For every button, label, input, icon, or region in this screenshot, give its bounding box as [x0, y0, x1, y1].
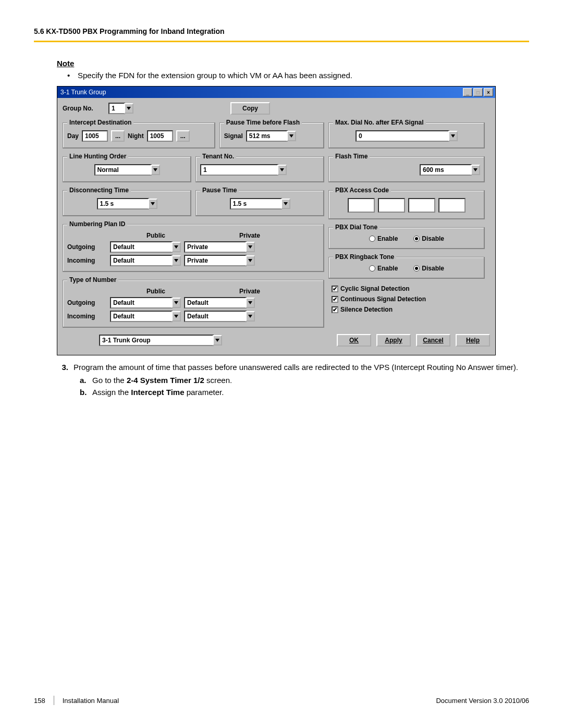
ton-in-priv-combo[interactable]: Default: [184, 311, 255, 322]
signal-label: Signal: [224, 132, 243, 140]
intercept-legend: Intercept Destination: [67, 119, 133, 126]
ring-tone-legend: PBX Ringback Tone: [333, 253, 396, 261]
note-bullet-text: Specify the FDN for the extension group …: [78, 71, 352, 80]
check-label: Continuous Signal Detection: [340, 295, 426, 303]
max-dial-value: 0: [356, 130, 449, 142]
tenant-combo[interactable]: 1: [200, 164, 287, 176]
page-number: 158: [34, 697, 45, 705]
minimize-icon[interactable]: _: [463, 88, 472, 96]
ton-private-header: Private: [203, 288, 297, 295]
note-title: Note: [57, 59, 529, 68]
step-3-number: 3.: [57, 363, 74, 372]
chevron-down-icon[interactable]: [172, 255, 181, 266]
check-label: Cyclic Signal Detection: [340, 285, 410, 292]
dial-tone-enable-radio[interactable]: Enable: [369, 235, 398, 242]
page-header: 5.6 KX-TD500 PBX Programming for Inband …: [34, 27, 529, 42]
step-3-text: Program the amount of time that passes b…: [74, 363, 518, 372]
chevron-down-icon[interactable]: [213, 335, 222, 346]
check-label: Silence Detection: [340, 306, 393, 313]
dial-tone-disable-radio[interactable]: Disable: [413, 235, 444, 242]
line-hunt-value: Normal: [94, 164, 152, 176]
np-public-header: Public: [109, 232, 203, 239]
pause-time-value: 1.5 s: [230, 198, 282, 209]
help-button[interactable]: Help: [456, 334, 490, 347]
maximize-icon[interactable]: □: [473, 88, 483, 96]
ton-out-pub-combo[interactable]: Default: [110, 297, 181, 309]
chevron-down-icon[interactable]: [246, 242, 255, 252]
pbx-access-3[interactable]: [408, 198, 435, 213]
np-in-priv-value: Private: [184, 255, 247, 266]
signal-value: 512 ms: [246, 130, 288, 142]
step-3a-text: Go to the 2-4 System Timer 1/2 screen.: [92, 376, 232, 385]
np-in-priv-combo[interactable]: Private: [184, 255, 255, 266]
window-titlebar: 3-1 Trunk Group _ □ ×: [57, 87, 495, 98]
cyclic-check[interactable]: ✔Cyclic Signal Detection: [332, 285, 482, 292]
chevron-down-icon[interactable]: [246, 255, 255, 266]
close-icon[interactable]: ×: [484, 88, 493, 96]
np-out-priv-value: Private: [184, 241, 247, 253]
disc-time-legend: Disconnecting Time: [67, 187, 131, 194]
chevron-down-icon[interactable]: [448, 131, 458, 141]
bottom-combo[interactable]: 3-1 Trunk Group: [99, 335, 222, 346]
day-browse-button[interactable]: ...: [111, 130, 125, 142]
chevron-down-icon[interactable]: [172, 298, 181, 308]
chevron-down-icon[interactable]: [471, 165, 480, 175]
radio-label: Enable: [377, 235, 398, 242]
np-out-priv-combo[interactable]: Private: [184, 241, 255, 253]
np-out-pub-combo[interactable]: Default: [110, 241, 181, 253]
night-field[interactable]: 1005: [147, 130, 173, 142]
flash-time-combo[interactable]: 600 ms: [420, 164, 480, 176]
night-label: Night: [128, 132, 144, 140]
group-no-combo[interactable]: 1: [108, 103, 133, 114]
disc-time-value: 1.5 s: [97, 198, 149, 209]
pbx-access-2[interactable]: [378, 198, 405, 213]
max-dial-combo[interactable]: 0: [356, 130, 458, 142]
ok-button[interactable]: OK: [337, 334, 371, 347]
chevron-down-icon[interactable]: [246, 311, 255, 322]
page-footer: 158 Installation Manual Document Version…: [34, 696, 529, 705]
continuous-check[interactable]: ✔Continuous Signal Detection: [332, 295, 482, 303]
ton-out-priv-combo[interactable]: Default: [184, 297, 255, 309]
pause-time-combo[interactable]: 1.5 s: [230, 198, 290, 209]
radio-label: Disable: [422, 265, 444, 272]
line-hunt-combo[interactable]: Normal: [94, 164, 160, 176]
ring-tone-enable-radio[interactable]: Enable: [369, 265, 398, 272]
pbx-access-1[interactable]: [348, 198, 375, 213]
step-3b-id: b.: [80, 388, 92, 397]
pbx-access-4[interactable]: [438, 198, 466, 213]
signal-combo[interactable]: 512 ms: [246, 130, 296, 142]
chevron-down-icon[interactable]: [246, 298, 255, 308]
doc-version: Document Version 3.0 2010/06: [436, 697, 529, 705]
group-no-value: 1: [108, 103, 125, 114]
tenant-value: 1: [200, 164, 278, 176]
ton-outgoing-label: Outgoing: [67, 299, 107, 306]
ring-tone-disable-radio[interactable]: Disable: [413, 265, 444, 272]
ton-in-pub-value: Default: [110, 311, 173, 322]
chevron-down-icon[interactable]: [172, 311, 181, 322]
np-in-pub-value: Default: [110, 255, 173, 266]
chevron-down-icon[interactable]: [277, 165, 287, 175]
ton-legend: Type of Number: [67, 276, 118, 283]
pause-time-legend: Pause Time: [200, 187, 239, 194]
chevron-down-icon[interactable]: [148, 199, 157, 209]
day-field[interactable]: 1005: [82, 130, 108, 142]
apply-button[interactable]: Apply: [376, 334, 411, 347]
ton-in-pub-combo[interactable]: Default: [110, 311, 181, 322]
np-incoming-label: Incoming: [67, 257, 107, 264]
chevron-down-icon[interactable]: [151, 165, 160, 175]
chevron-down-icon[interactable]: [172, 242, 181, 252]
np-outgoing-label: Outgoing: [67, 243, 107, 251]
silence-check[interactable]: ✔Silence Detection: [332, 306, 482, 313]
chevron-down-icon[interactable]: [124, 103, 133, 114]
step-3a-id: a.: [80, 376, 92, 385]
night-browse-button[interactable]: ...: [176, 130, 190, 142]
disc-time-combo[interactable]: 1.5 s: [97, 198, 157, 209]
chevron-down-icon[interactable]: [287, 131, 296, 141]
pbx-access-legend: PBX Access Code: [333, 187, 391, 194]
pause-flash-legend: Pause Time before Flash: [224, 119, 302, 126]
np-in-pub-combo[interactable]: Default: [110, 255, 181, 266]
chevron-down-icon[interactable]: [281, 199, 290, 209]
copy-button[interactable]: Copy: [230, 102, 270, 115]
np-out-pub-value: Default: [110, 241, 173, 253]
cancel-button[interactable]: Cancel: [416, 334, 450, 347]
